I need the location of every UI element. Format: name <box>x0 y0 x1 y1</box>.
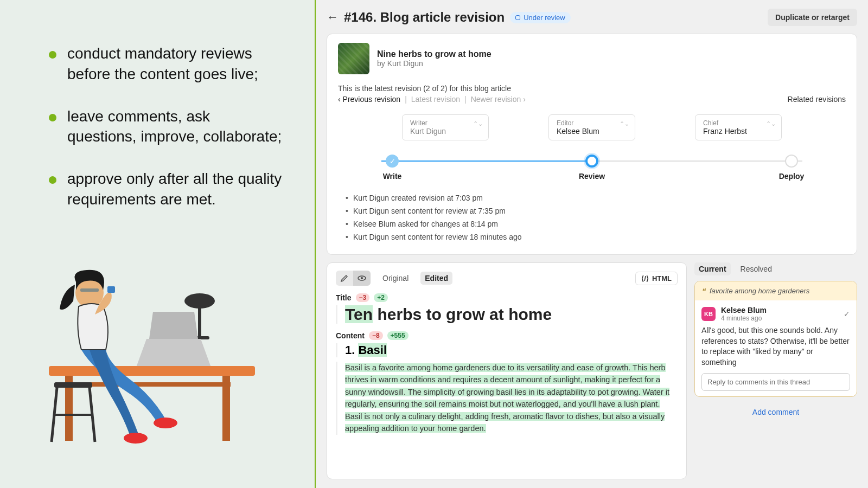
article-title: Nine herbs to grow at home <box>377 49 492 59</box>
status-badge: Under review <box>510 12 571 23</box>
comments-pane: Current Resolved ❝ favorite among home g… <box>694 262 857 479</box>
title-section-label: Title −3 +2 <box>336 293 678 302</box>
tab-original[interactable]: Original <box>378 272 413 285</box>
reply-input[interactable] <box>701 373 850 391</box>
resolve-check-icon[interactable]: ✓ <box>844 310 850 318</box>
activity-item: Kurt Digun sent content for review 18 mi… <box>346 233 846 241</box>
eye-icon <box>358 274 366 282</box>
avatar: KB <box>701 307 716 321</box>
diff-removed-badge: −3 <box>356 293 370 302</box>
html-source-button[interactable]: ⟨/⟩ HTML <box>635 272 678 285</box>
svg-rect-15 <box>107 286 115 293</box>
svg-rect-14 <box>80 288 99 292</box>
bullet-item: leave comments, ask questions, improve, … <box>49 106 282 147</box>
article-header: Nine herbs to grow at home by Kurt Digun <box>338 43 846 74</box>
bullet-icon <box>49 51 56 59</box>
bullet-icon <box>49 176 56 184</box>
page-title: #146. Blog article revision <box>344 10 505 25</box>
pending-step-icon <box>785 155 798 168</box>
role-label: Writer <box>410 119 481 127</box>
step-review: Review <box>570 155 614 181</box>
article-thumbnail <box>338 43 369 74</box>
comment-thread: ❝ favorite among home gardeners KB Kelse… <box>694 281 857 397</box>
svg-rect-9 <box>54 382 92 388</box>
svg-rect-5 <box>49 366 255 376</box>
role-label: Chief <box>703 119 774 127</box>
prev-revision-link[interactable]: ‹ Previous revision <box>338 95 400 104</box>
diff-removed-badge: −8 <box>369 331 383 340</box>
diff-added-badge: +2 <box>374 293 388 302</box>
status-text: Under review <box>524 14 565 22</box>
revision-nav: ‹ Previous revision | Latest revision | … <box>338 95 526 104</box>
role-chief-select[interactable]: Chief Franz Herbst ⌃⌄ <box>695 114 782 140</box>
code-icon: ⟨/⟩ <box>641 274 649 282</box>
article-author: by Kurt Digun <box>377 59 492 68</box>
activity-item: Kurt Digun created revision at 7:03 pm <box>346 194 846 202</box>
page-header: ← #146. Blog article revision Under revi… <box>327 9 857 26</box>
document-heading: 1. Basil <box>336 343 678 357</box>
step-write: ✓ Write <box>371 155 414 181</box>
bullet-text: conduct mandatory reviews before the con… <box>67 43 282 85</box>
activity-log: Kurt Digun created revision at 7:03 pm K… <box>338 194 846 241</box>
tab-current-comments[interactable]: Current <box>694 262 731 275</box>
commenter-row: KB Kelsee Blum 4 minutes ago ✓ <box>701 306 850 322</box>
bullet-item: conduct mandatory reviews before the con… <box>49 43 282 85</box>
duplicate-retarget-button[interactable]: Duplicate or retarget <box>768 9 857 26</box>
current-step-icon <box>585 155 598 168</box>
commenter-name: Kelsee Blum <box>721 306 767 314</box>
activity-item: Kurt Digun sent content for review at 7:… <box>346 207 846 215</box>
content-section-label: Content −8 +555 <box>336 331 678 340</box>
step-deploy: Deploy <box>770 155 813 181</box>
woman-at-desk-illustration <box>49 260 260 445</box>
bullet-item: approve only after all the quality requi… <box>49 169 282 210</box>
latest-revision-link: Latest revision <box>411 95 460 104</box>
comment-tabs: Current Resolved <box>694 262 857 275</box>
revision-card: Nine herbs to grow at home by Kurt Digun… <box>327 34 857 255</box>
svg-marker-3 <box>136 339 212 369</box>
bullet-text: approve only after all the quality requi… <box>67 169 282 210</box>
svg-point-16 <box>154 418 177 428</box>
role-name: Kelsee Blum <box>557 127 627 136</box>
status-dot-icon <box>515 15 520 20</box>
feature-bullet-list: conduct mandatory reviews before the con… <box>49 43 282 210</box>
chevron-updown-icon: ⌃⌄ <box>473 120 483 127</box>
tab-resolved-comments[interactable]: Resolved <box>736 262 776 275</box>
role-name: Franz Herbst <box>703 127 774 136</box>
document-body: Basil is a favorite among home gardeners… <box>336 362 678 435</box>
check-icon: ✓ <box>386 155 399 168</box>
edit-mode-button[interactable] <box>336 271 353 286</box>
related-revisions-link[interactable]: Related revisions <box>788 95 846 104</box>
document-title: Ten herbs to grow at home <box>336 305 678 324</box>
content-diff-card: Original Edited ⟨/⟩ HTML Title −3 +2 Ten… <box>327 262 687 479</box>
activity-item: Kelsee Blum asked for changes at 8:14 pm <box>346 220 846 228</box>
preview-mode-button[interactable] <box>353 271 371 286</box>
svg-marker-4 <box>149 312 198 339</box>
role-writer-select[interactable]: Writer Kurt Digun ⌃⌄ <box>402 114 489 140</box>
comment-time: 4 minutes ago <box>721 314 767 322</box>
role-editor-select[interactable]: Editor Kelsee Blum ⌃⌄ <box>548 114 635 140</box>
pencil-icon <box>340 274 349 282</box>
svg-point-17 <box>124 433 148 444</box>
content-toolbar: Original Edited ⟨/⟩ HTML <box>336 271 678 286</box>
marketing-left-pane: conduct mandatory reviews before the con… <box>0 0 315 488</box>
app-right-pane: ← #146. Blog article revision Under revi… <box>315 0 868 488</box>
revision-info: This is the latest revision (2 of 2) for… <box>338 84 846 93</box>
role-name: Kurt Digun <box>410 127 481 136</box>
newer-revision-link: Newer revision › <box>471 95 526 104</box>
role-label: Editor <box>557 119 627 127</box>
comment-quote: ❝ favorite among home gardeners <box>695 281 857 300</box>
back-arrow-icon[interactable]: ← <box>327 10 339 24</box>
diff-added-badge: +555 <box>387 331 409 340</box>
chevron-updown-icon: ⌃⌄ <box>620 120 629 127</box>
bullet-icon <box>49 114 56 121</box>
edit-preview-toggle <box>336 271 371 286</box>
roles-row: Writer Kurt Digun ⌃⌄ Editor Kelsee Blum … <box>338 114 846 140</box>
workflow-steps: ✓ Write Review Deploy <box>371 155 813 181</box>
chevron-updown-icon: ⌃⌄ <box>766 120 776 127</box>
tab-edited[interactable]: Edited <box>420 272 452 285</box>
add-comment-link[interactable]: Add comment <box>694 408 857 416</box>
svg-point-1 <box>184 293 215 309</box>
svg-point-19 <box>361 277 363 279</box>
bullet-text: leave comments, ask questions, improve, … <box>67 106 282 147</box>
comment-text: All's good, but this one sounds bold. An… <box>701 325 850 368</box>
